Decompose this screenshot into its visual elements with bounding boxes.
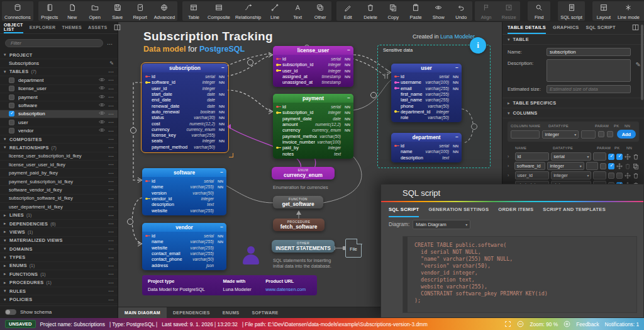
section-table-specifics[interactable]: TABLE SPECIFICS xyxy=(502,98,644,108)
entity-column-row[interactable]: id serial NN xyxy=(391,143,462,149)
project-info-band[interactable]: Project type Made with Product URL Data … xyxy=(142,275,317,295)
section-more-icon[interactable] xyxy=(108,69,114,75)
column-row[interactable]: user_id integer xyxy=(508,171,639,180)
sidebar-item-table[interactable]: user xyxy=(0,118,118,127)
entity-column-row[interactable]: payment_date date NN xyxy=(273,116,353,122)
connections-button[interactable]: Connections xyxy=(2,1,33,21)
sidebar-item-relationship[interactable]: user_department_id_fkey xyxy=(0,203,118,211)
tab-object-list[interactable]: OBJECT LIST xyxy=(4,22,23,33)
section-tables[interactable]: TABLES (7) xyxy=(0,68,118,76)
panel-toggle-icon[interactable] xyxy=(632,24,639,32)
sidebar-item-relationship[interactable]: subscription_software_id_fkey xyxy=(0,195,118,203)
sql-window-tab[interactable]: ORDER ITEMS xyxy=(498,202,533,217)
entity-license-user[interactable]: license_user id serial NN subscription_i… xyxy=(273,46,353,87)
tab-graphics[interactable]: GRAPHICS xyxy=(553,22,579,34)
entity-column-row[interactable]: seats integer NN xyxy=(142,138,228,144)
item-more-icon[interactable] xyxy=(108,94,114,100)
section-more-icon[interactable] xyxy=(108,229,114,235)
entity-column-row[interactable]: vendor_id integer xyxy=(142,196,226,202)
section-relationships[interactable]: RELATIONSHIPS (7) xyxy=(0,144,118,152)
section-more-icon[interactable] xyxy=(108,237,114,244)
visibility-eye-icon[interactable] xyxy=(99,103,105,108)
entity-column-row[interactable]: first_name varchar(255) xyxy=(391,91,462,97)
visibility-eye-icon[interactable] xyxy=(99,120,105,125)
tab-themes[interactable]: THEMES xyxy=(62,22,82,33)
section-more-icon[interactable] xyxy=(108,136,114,142)
column-param-input[interactable] xyxy=(586,162,598,170)
entity-payment[interactable]: payment id serial NN subscription_id int… xyxy=(273,94,353,159)
table-checkbox[interactable] xyxy=(9,128,14,134)
sidebar-item-relationship[interactable]: license_user_user_id_fkey xyxy=(0,161,118,169)
line-mode-button[interactable]: Line mode xyxy=(615,1,642,21)
entity-column-row[interactable]: currency currency_enum NN xyxy=(142,127,228,132)
entity-column-row[interactable]: contact_email varchar(255) xyxy=(142,251,226,256)
sidebar-item-table[interactable]: vendor xyxy=(0,127,118,135)
advanced-button[interactable]: Advanced xyxy=(152,1,177,21)
entity-column-row[interactable]: id serial NN xyxy=(391,74,462,79)
zoom-out-icon[interactable] xyxy=(517,321,524,327)
sql-window-tab[interactable]: SCRIPT AND TEMPLATES xyxy=(543,202,606,217)
entity-column-row[interactable]: description text xyxy=(142,202,226,207)
product-url-link[interactable]: www.datensen.com xyxy=(265,287,311,292)
entity-column-row[interactable]: currency currency_enum NN xyxy=(273,127,353,133)
entity-column-row[interactable]: id serial NN xyxy=(273,56,353,62)
sidebar-section[interactable]: DEPENDENCIES (6) xyxy=(0,220,118,228)
edit-description-icon[interactable] xyxy=(636,61,641,68)
column-datatype-select[interactable]: serial xyxy=(551,152,591,161)
section-composites[interactable]: COMPOSITES xyxy=(0,135,118,144)
section-table[interactable]: TABLE xyxy=(502,35,644,45)
copy-column-icon[interactable] xyxy=(633,163,639,169)
entity-software[interactable]: software id serial NN name varchar(255) … xyxy=(142,168,226,215)
item-more-icon[interactable] xyxy=(108,195,114,202)
undo-button[interactable]: Undo xyxy=(450,1,472,21)
find-button[interactable]: Find xyxy=(528,1,550,21)
section-more-icon[interactable] xyxy=(108,297,114,303)
zoom-in-icon[interactable] xyxy=(564,321,570,327)
estimated-size-input[interactable] xyxy=(547,85,631,93)
tab-sql-script[interactable]: SQL SCRIPT xyxy=(586,22,616,34)
new-button[interactable]: New xyxy=(61,1,84,21)
sidebar-item-relationship[interactable]: software_vendor_id_fkey xyxy=(0,186,118,194)
section-project[interactable]: PROJECT xyxy=(0,51,118,59)
entity-column-row[interactable]: role varchar(50) xyxy=(391,115,462,120)
copy-button[interactable]: Copy xyxy=(382,1,404,21)
diagram-tab[interactable]: ENUMS xyxy=(216,307,246,318)
delete-column-icon[interactable] xyxy=(625,163,631,169)
text-button[interactable]: Text xyxy=(286,1,309,21)
sidebar-item-table[interactable]: department xyxy=(0,76,118,84)
sidebar-section[interactable]: VIEWS (1) xyxy=(0,228,118,236)
diagram-select[interactable]: Main Diagram xyxy=(413,220,470,229)
entity-column-row[interactable]: username varchar(100) NN xyxy=(391,79,462,85)
entity-column-row[interactable]: software_id integer NN xyxy=(142,79,228,85)
entity-column-row[interactable]: version varchar(50) xyxy=(142,190,226,196)
column-name-input[interactable]: software_id xyxy=(514,162,546,170)
entity-column-row[interactable]: id serial NN xyxy=(142,233,226,239)
item-more-icon[interactable] xyxy=(108,86,114,92)
minimize-icon[interactable] xyxy=(220,223,223,232)
entity-column-row[interactable]: status varchar(30) NN xyxy=(142,115,228,120)
entity-column-row[interactable]: id serial NN xyxy=(142,178,226,184)
report-button[interactable]: Report xyxy=(129,1,152,21)
new-column-pk-checkbox[interactable] xyxy=(598,131,604,137)
filter-input[interactable]: Filter xyxy=(5,39,103,47)
item-more-icon[interactable] xyxy=(108,77,114,83)
new-column-name-input[interactable] xyxy=(511,130,540,139)
section-more-icon[interactable] xyxy=(108,263,114,269)
move-handle-icon[interactable] xyxy=(616,163,623,169)
layout-button[interactable]: Layout xyxy=(592,1,615,21)
entity-column-row[interactable]: payment_method varchar(50) xyxy=(142,144,228,150)
sql-code-area[interactable]: CREATE TABLE public.software( id serial … xyxy=(402,236,637,313)
entity-subscription[interactable]: subscription id serial NN software_id in… xyxy=(142,64,228,152)
item-more-icon[interactable] xyxy=(108,119,114,125)
diagram-tab[interactable]: DEPENDENCIES xyxy=(167,307,216,318)
procedure-fetch-software[interactable]: PROCEDURE fetch_software xyxy=(273,219,325,231)
entity-column-row[interactable]: assigned_at timestamp NN xyxy=(273,74,353,79)
project-item[interactable]: Subscriptions xyxy=(0,59,118,67)
enum-currency-enum[interactable]: ENUM currency_enum xyxy=(272,167,335,179)
entity-column-row[interactable]: department_id integer xyxy=(391,109,462,115)
entity-column-row[interactable]: cost numeric(12,2) NN xyxy=(142,120,228,126)
minimize-icon[interactable] xyxy=(455,133,458,142)
entity-column-row[interactable]: name varchar(100) NN xyxy=(391,149,462,154)
entity-column-row[interactable]: website varchar(255) xyxy=(142,245,226,251)
minimize-icon[interactable] xyxy=(455,64,458,72)
